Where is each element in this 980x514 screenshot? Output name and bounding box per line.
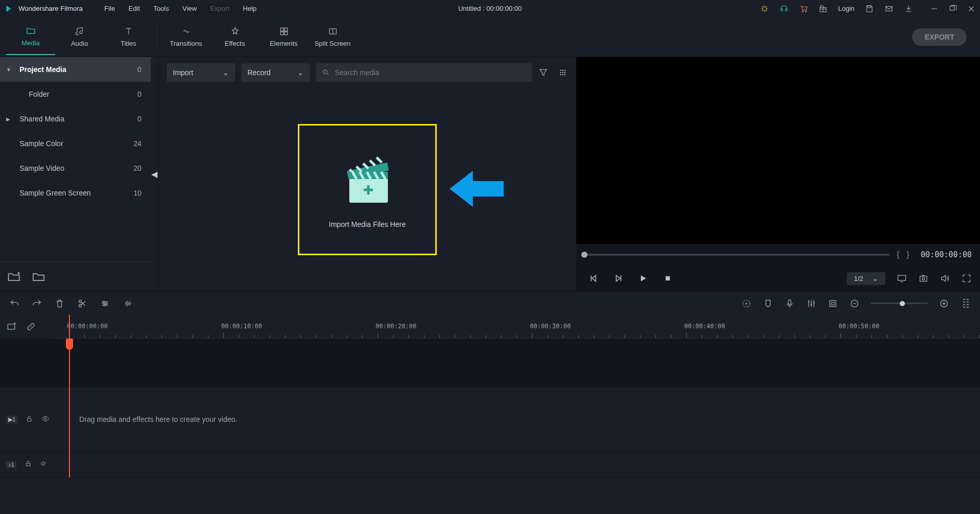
mark-out-button[interactable]: } bbox=[906, 250, 909, 259]
snapshot-icon[interactable] bbox=[918, 273, 929, 283]
split-button[interactable] bbox=[77, 298, 87, 309]
volume-icon[interactable] bbox=[940, 273, 950, 283]
redo-button[interactable] bbox=[32, 298, 42, 309]
track-spacer bbox=[0, 339, 980, 387]
mark-in-button[interactable]: { bbox=[897, 250, 899, 259]
voiceover-icon[interactable] bbox=[785, 298, 795, 309]
stop-button[interactable] bbox=[663, 273, 673, 283]
fullscreen-icon[interactable] bbox=[961, 273, 972, 283]
preview-canvas[interactable] bbox=[576, 57, 980, 244]
sidebar-item-sample-video[interactable]: Sample Video 20 bbox=[0, 156, 151, 181]
zoom-in-button[interactable] bbox=[939, 298, 949, 309]
support-icon[interactable] bbox=[779, 4, 789, 13]
svg-point-12 bbox=[323, 70, 327, 74]
tab-elements[interactable]: Elements bbox=[259, 19, 308, 55]
menu-file[interactable]: File bbox=[98, 2, 121, 15]
window-close[interactable] bbox=[967, 4, 976, 13]
preview-scrubber[interactable] bbox=[584, 254, 889, 256]
sidebar-collapse-handle[interactable]: ◀ bbox=[151, 57, 158, 291]
svg-rect-39 bbox=[8, 324, 14, 329]
menu-help[interactable]: Help bbox=[237, 2, 263, 15]
sidebar-item-sample-color[interactable]: Sample Color 24 bbox=[0, 131, 151, 156]
svg-point-31 bbox=[103, 301, 104, 303]
svg-rect-10 bbox=[284, 32, 287, 35]
svg-point-14 bbox=[562, 70, 564, 72]
document-title: Untitled : 00:00:00:00 bbox=[458, 5, 522, 12]
svg-point-33 bbox=[104, 304, 105, 306]
chevron-right-icon: ▶ bbox=[6, 116, 14, 122]
link-icon[interactable] bbox=[26, 322, 36, 332]
zoom-slider[interactable] bbox=[871, 303, 928, 304]
eye-icon[interactable] bbox=[41, 415, 49, 424]
new-folder-plus-icon[interactable] bbox=[6, 269, 22, 285]
render-icon[interactable] bbox=[741, 298, 752, 309]
menu-edit[interactable]: Edit bbox=[122, 2, 146, 15]
gift-icon[interactable] bbox=[818, 4, 828, 13]
svg-rect-27 bbox=[920, 276, 926, 281]
app-logo bbox=[4, 4, 13, 13]
menu-view[interactable]: View bbox=[176, 2, 203, 15]
message-icon[interactable] bbox=[884, 4, 894, 13]
delete-button[interactable] bbox=[55, 298, 65, 309]
video-track[interactable]: ▶1 Drag media and effects here to create… bbox=[0, 387, 980, 452]
playhead[interactable] bbox=[69, 315, 70, 477]
grid-view-icon[interactable] bbox=[558, 67, 568, 78]
login-button[interactable]: Login bbox=[838, 5, 854, 12]
menu-tools[interactable]: Tools bbox=[147, 2, 175, 15]
search-input[interactable] bbox=[335, 68, 526, 77]
sidebar-item-folder[interactable]: Folder 0 bbox=[0, 82, 151, 107]
settings-icon[interactable] bbox=[100, 298, 110, 309]
cart-icon[interactable] bbox=[799, 4, 808, 13]
tab-audio[interactable]: Audio bbox=[55, 19, 104, 55]
svg-rect-8 bbox=[284, 28, 287, 31]
play-button[interactable] bbox=[638, 273, 648, 283]
menu-export: Export bbox=[204, 2, 236, 15]
search-box[interactable] bbox=[316, 63, 532, 82]
timeline-options-icon[interactable] bbox=[960, 298, 971, 309]
tab-effects[interactable]: Effects bbox=[210, 19, 259, 55]
prev-frame-button[interactable] bbox=[589, 273, 599, 283]
filter-icon[interactable] bbox=[538, 67, 548, 78]
window-maximize[interactable] bbox=[948, 4, 957, 13]
app-name: Wondershare Filmora bbox=[19, 5, 83, 12]
tab-splitscreen[interactable]: Split Screen bbox=[308, 19, 357, 55]
mixer-icon[interactable] bbox=[806, 298, 816, 309]
preview-scale-select[interactable]: 1/2 ⌄ bbox=[847, 272, 885, 285]
tab-titles[interactable]: Titles bbox=[104, 19, 153, 55]
window-minimize[interactable] bbox=[930, 4, 939, 13]
audio-edit-icon[interactable] bbox=[122, 298, 133, 309]
undo-button[interactable] bbox=[9, 298, 20, 309]
audio-track[interactable]: ♪1 bbox=[0, 452, 980, 477]
timeline-ruler[interactable]: 00:00:00:0000:00:10:0000:00:20:0000:00:3… bbox=[54, 315, 980, 339]
record-dropdown[interactable]: Record ⌄ bbox=[241, 63, 310, 82]
svg-point-13 bbox=[560, 70, 562, 72]
crop-icon[interactable] bbox=[828, 298, 838, 309]
folder-icon[interactable] bbox=[31, 269, 46, 285]
save-icon[interactable] bbox=[865, 4, 874, 13]
export-button[interactable]: EXPORT bbox=[912, 28, 967, 46]
display-settings-icon[interactable] bbox=[897, 273, 907, 283]
speaker-icon[interactable] bbox=[40, 460, 47, 469]
svg-rect-5 bbox=[886, 6, 892, 11]
add-track-icon[interactable] bbox=[6, 322, 16, 332]
lock-icon[interactable] bbox=[26, 415, 33, 424]
next-frame-button[interactable] bbox=[613, 273, 623, 283]
sidebar-item-shared-media[interactable]: ▶ Shared Media 0 bbox=[0, 107, 151, 131]
tips-icon[interactable] bbox=[760, 4, 769, 13]
download-icon[interactable] bbox=[904, 4, 913, 13]
audio-track-badge: ♪1 bbox=[6, 461, 16, 468]
lock-icon[interactable] bbox=[25, 460, 32, 469]
svg-rect-35 bbox=[789, 299, 791, 304]
sidebar-item-project-media[interactable]: ▼ Project Media 0 bbox=[0, 57, 151, 82]
tab-transitions[interactable]: Transitions bbox=[162, 19, 210, 55]
zoom-out-button[interactable] bbox=[849, 298, 860, 309]
marker-icon[interactable] bbox=[763, 298, 773, 309]
svg-rect-7 bbox=[280, 28, 283, 31]
sidebar-item-sample-green-screen[interactable]: Sample Green Screen 10 bbox=[0, 181, 151, 205]
track-drop-hint: Drag media and effects here to create yo… bbox=[54, 387, 980, 451]
import-drop-zone[interactable]: Import Media Files Here bbox=[298, 124, 437, 255]
tab-media[interactable]: Media bbox=[6, 19, 55, 55]
chevron-down-icon: ⌄ bbox=[297, 68, 304, 77]
import-dropdown[interactable]: Import ⌄ bbox=[167, 63, 235, 82]
search-icon bbox=[322, 68, 330, 77]
